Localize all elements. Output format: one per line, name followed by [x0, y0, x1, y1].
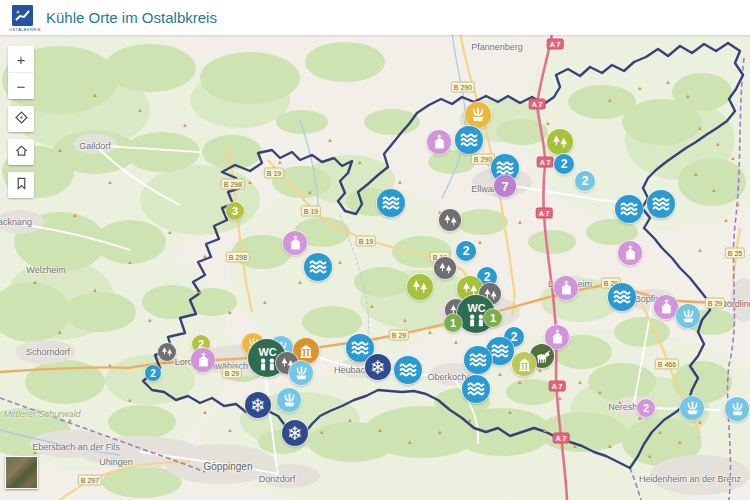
basemap-thumbnail[interactable]	[5, 456, 38, 489]
town-label: Backnang	[0, 217, 32, 227]
church-icon	[194, 351, 213, 370]
map-marker-waves[interactable]	[462, 375, 490, 403]
poi-triangle-icon: ▲	[677, 439, 683, 445]
poi-triangle-icon: ▲	[107, 362, 113, 368]
map-marker-church[interactable]	[554, 276, 578, 300]
map-marker-church[interactable]	[427, 130, 451, 154]
map-marker-snowflake[interactable]: ❄	[365, 354, 391, 380]
town-label: Heidenheim an der Brenz	[639, 474, 741, 484]
poi-triangle-icon: ▲	[402, 317, 408, 323]
map-marker-cluster-yellowgreen[interactable]: 3	[226, 202, 244, 220]
map-marker-fountain-light[interactable]	[676, 304, 700, 328]
map-marker-trees-gray[interactable]	[434, 257, 456, 279]
poi-triangle-icon: ▲	[307, 189, 313, 195]
map-marker-snowflake[interactable]: ❄	[282, 420, 308, 446]
poi-triangle-icon: ▲	[319, 429, 325, 435]
bookmarks-button[interactable]	[8, 172, 34, 198]
road-shield: B 297	[78, 475, 102, 486]
poi-triangle-icon: ▲	[557, 395, 563, 401]
map-marker-cluster-green[interactable]: 1	[444, 314, 462, 332]
map-marker-trees-gray[interactable]	[158, 343, 176, 361]
poi-triangle-icon: ▲	[497, 371, 503, 377]
poi-triangle-icon: ▲	[407, 439, 413, 445]
map-marker-church[interactable]	[283, 231, 307, 255]
zoom-in-button[interactable]: +	[8, 46, 34, 72]
poi-triangle-icon: ▲	[92, 92, 98, 98]
map-canvas[interactable]: GaildorfBacknangWelzheimSchorndorfLorchS…	[0, 0, 750, 500]
map-marker-waves[interactable]	[377, 189, 405, 217]
map-marker-waves[interactable]	[455, 126, 483, 154]
poi-triangle-icon: ▲	[127, 397, 133, 403]
map-marker-trees-yellowgreen[interactable]	[547, 129, 573, 155]
map-marker-church[interactable]	[618, 241, 642, 265]
poi-triangle-icon: ▲	[182, 122, 188, 128]
poi-triangle-icon: ▲	[92, 287, 98, 293]
waves-icon	[458, 129, 480, 151]
road-shield: A 7	[549, 381, 566, 392]
ostalbkreis-crest-icon	[12, 5, 33, 26]
map-marker-fountain-light[interactable]	[680, 396, 704, 420]
map-marker-waves[interactable]	[464, 346, 492, 374]
poi-triangle-icon: ▲	[127, 259, 133, 265]
app-window: GaildorfBacknangWelzheimSchorndorfLorchS…	[0, 0, 750, 500]
fountain-icon	[679, 307, 698, 326]
poi-triangle-icon: ▲	[542, 427, 548, 433]
locate-button[interactable]	[8, 106, 34, 132]
map-marker-church[interactable]	[191, 348, 215, 372]
map-marker-fountain-amber[interactable]	[465, 102, 491, 128]
poi-triangle-icon: ▲	[167, 229, 173, 235]
map-marker-cluster-purple[interactable]: 7	[494, 175, 516, 197]
poi-triangle-icon: ▲	[697, 419, 703, 425]
poi-triangle-icon: ▲	[247, 179, 253, 185]
poi-triangle-icon: ▲	[545, 120, 551, 126]
road-shield: B 19	[356, 236, 376, 247]
map-marker-waves[interactable]	[615, 195, 643, 223]
fountain-icon	[280, 391, 299, 410]
trees-icon	[437, 260, 454, 277]
poi-triangle-icon: ▲	[72, 212, 78, 218]
poi-triangle-icon: ▲	[297, 279, 303, 285]
road-shield: B 29	[705, 298, 725, 309]
map-marker-cluster-blue[interactable]: 2	[145, 365, 161, 381]
zoom-out-button[interactable]: −	[8, 72, 34, 99]
road-shield: B 298	[221, 179, 245, 190]
poi-triangle-icon: ▲	[477, 239, 483, 245]
map-marker-church[interactable]	[654, 295, 678, 319]
ostalbkreis-logo: OSTALBKREIS	[9, 5, 35, 32]
map-marker-waves[interactable]	[394, 356, 422, 384]
poi-triangle-icon: ▲	[665, 79, 671, 85]
map-marker-building-lightgreen[interactable]	[512, 352, 536, 376]
map-marker-cluster-lightblue[interactable]: 2	[575, 171, 595, 191]
poi-triangle-icon: ▲	[467, 417, 473, 423]
map-marker-trees-yellowgreen[interactable]	[407, 274, 433, 300]
road-shield: A 7	[536, 208, 553, 219]
map-marker-snowflake[interactable]: ❄	[245, 392, 271, 418]
waves-icon	[650, 193, 672, 215]
map-marker-cluster-blue[interactable]: 2	[554, 154, 574, 174]
map-marker-waves[interactable]	[608, 283, 636, 311]
church-icon	[621, 244, 640, 263]
poi-triangle-icon: ▲	[227, 427, 233, 433]
map-marker-cluster-green[interactable]: 1	[484, 309, 502, 327]
map-widgets: + −	[8, 46, 34, 205]
poi-triangle-icon: ▲	[197, 289, 203, 295]
map-marker-trees-gray[interactable]	[439, 209, 461, 231]
svg-text:WC: WC	[467, 302, 485, 314]
poi-triangle-icon: ▲	[735, 201, 741, 207]
map-marker-waves[interactable]	[304, 253, 332, 281]
map-marker-cluster-blue[interactable]: 2	[456, 241, 476, 261]
default-map-view-button[interactable]	[8, 139, 34, 165]
waves-icon	[380, 192, 402, 214]
poi-triangle-icon: ▲	[137, 107, 143, 113]
poi-triangle-icon: ▲	[685, 93, 691, 99]
map-marker-fountain-light[interactable]	[277, 388, 301, 412]
town-label: Ebersbach an der Fils	[32, 442, 120, 452]
town-label: Uhingen	[99, 457, 133, 467]
map-marker-cluster-pink[interactable]: 2	[637, 399, 655, 417]
poi-triangle-icon: ▲	[517, 379, 523, 385]
map-marker-fountain-light[interactable]	[725, 397, 749, 421]
poi-triangle-icon: ▲	[262, 299, 268, 305]
map-marker-waves[interactable]	[647, 190, 675, 218]
map-marker-fountain-light[interactable]	[289, 361, 313, 385]
snowflake-icon: ❄	[287, 424, 303, 443]
